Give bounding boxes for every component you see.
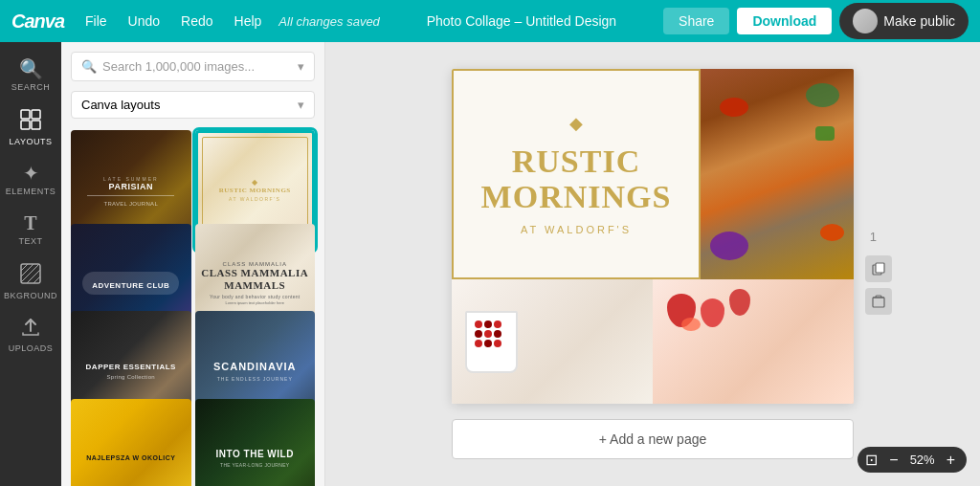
cup-shape [465,311,518,373]
tmpl-1-subtitle: TRAVEL JOURNAL [103,201,158,207]
sidebar-item-layouts[interactable]: LAYOUTS [0,99,61,154]
topnav: Canva File Undo Redo Help All changes sa… [0,0,980,42]
download-button[interactable]: Download [737,8,832,34]
template-grid: LATE SUMMER PARISIAN TRAVEL JOURNAL ◆ RU… [61,126,324,486]
fullscreen-icon[interactable]: ⊡ [865,451,878,469]
sidebar-item-text[interactable]: T TEXT [0,204,61,254]
tmpl-7-title: NAJLEPSZA W OKOLICY [86,454,175,462]
tmpl-2-subtitle: AT WALDORF'S [229,196,280,202]
add-page-bar: + Add a new page [452,419,854,459]
design-title-center: Photo Collage – Untitled Design [386,13,657,29]
sidebar-item-background[interactable]: BKGROUND [0,254,61,308]
menu-help[interactable]: Help [227,10,270,33]
filter-dropdown[interactable]: Canva layouts ▾ [71,91,315,119]
salad-purple-element [710,232,748,260]
search-dropdown-icon: ▾ [298,59,304,74]
save-status: All changes saved [278,14,380,29]
layouts-icon [20,109,41,133]
topnav-actions: Share Download Make public [663,3,969,39]
sidebar-label-search: SEARCH [11,82,51,92]
menu-undo[interactable]: Undo [121,10,167,33]
svg-rect-3 [32,121,40,129]
collage-text-block[interactable]: ◆ RUSTICMORNINGS AT WALDORF'S [452,69,701,279]
berries-visual [452,279,653,404]
tmpl-2-title: RUSTIC MORNINGS [219,187,291,194]
template-item-7[interactable]: NAJLEPSZA W OKOLICY [71,399,191,487]
left-sidebar: 🔍 SEARCH LAYOUTS ✦ ELEMENTS T TEXT [0,42,61,486]
collage-bottom [452,279,854,404]
tmpl-6-subtitle: THE ENDLESS JOURNEY [217,376,293,382]
design-title: Photo Collage – Untitled Design [427,13,616,29]
canva-logo: Canva [11,11,64,33]
main-layout: 🔍 SEARCH LAYOUTS ✦ ELEMENTS T TEXT [0,42,980,486]
collage-top: ◆ RUSTICMORNINGS AT WALDORF'S [452,69,854,279]
zoom-value: 52% [906,453,939,467]
sidebar-label-background: BKGROUND [4,291,57,300]
tmpl-1-title: PARISIAN [109,182,153,192]
search-magnifier-icon: 🔍 [81,59,97,74]
background-icon [20,263,41,287]
page-tools [865,255,892,315]
berry-dots [475,320,509,347]
elements-icon: ✦ [23,164,39,183]
canvas-area: ◆ RUSTICMORNINGS AT WALDORF'S [325,42,980,486]
tmpl-4-title: CLASS MAMMALIA MAMMALS [201,267,310,292]
svg-rect-1 [32,110,40,119]
sidebar-label-elements: ELEMENTS [6,187,56,196]
delete-page-button[interactable] [865,288,892,315]
copy-page-button[interactable] [865,255,892,282]
svg-rect-0 [21,110,30,119]
sidebar-label-text: TEXT [18,236,42,246]
search-icon: 🔍 [19,59,43,78]
svg-rect-6 [876,263,884,273]
sidebar-item-elements[interactable]: ✦ ELEMENTS [0,154,61,204]
strawberry-image[interactable] [653,279,854,404]
share-button[interactable]: Share [663,8,729,34]
salad-green-element [806,83,839,107]
filter-label: Canva layouts [81,98,160,112]
berries-image[interactable] [452,279,653,404]
tmpl-3-title: ADVENTURE CLUB [92,281,169,290]
uploads-icon [21,318,40,340]
zoom-out-button[interactable]: − [885,453,902,468]
zoom-bar: ⊡ − 52% + [858,447,967,473]
canvas-wrapper: ◆ RUSTICMORNINGS AT WALDORF'S [452,69,854,404]
sidebar-label-layouts: LAYOUTS [10,137,53,146]
sidebar-label-uploads: UPLOADS [9,343,54,353]
menu-file[interactable]: File [78,10,115,33]
avatar [853,9,878,33]
diamond-icon: ◆ [569,113,583,134]
make-public-label: Make public [883,13,955,29]
panel: 🔍 Search 1,000,000 images... ▾ Canva lay… [61,42,325,486]
add-page-button[interactable]: + Add a new page [452,419,854,459]
text-icon: T [24,213,36,232]
canvas-page[interactable]: ◆ RUSTICMORNINGS AT WALDORF'S [452,69,854,404]
search-input-box[interactable]: 🔍 Search 1,000,000 images... ▾ [71,52,315,81]
tmpl-8-subtitle: THE YEAR-LONG JOURNEY [220,462,289,468]
tmpl-5-subtitle: Spring Collection [107,374,155,380]
sidebar-item-search[interactable]: 🔍 SEARCH [0,50,61,99]
svg-rect-2 [21,121,30,129]
filter-dropdown-icon: ▾ [298,98,304,112]
svg-rect-7 [873,298,884,307]
rustic-title: RUSTICMORNINGS [481,144,672,215]
template-item-8[interactable]: INTO THE WILD THE YEAR-LONG JOURNEY [195,399,316,487]
zoom-in-button[interactable]: + [943,453,959,468]
panel-filter-area: Canva layouts ▾ [61,87,324,126]
panel-search-area: 🔍 Search 1,000,000 images... ▾ [61,42,324,87]
page-number: 1 [870,230,877,244]
collage-food-image[interactable] [701,69,854,279]
make-public-button[interactable]: Make public [839,3,969,39]
tmpl-5-title: DAPPER ESSENTIALS [86,363,176,372]
menu-redo[interactable]: Redo [173,10,220,33]
tmpl-8-title: INTO THE WILD [216,449,294,460]
sidebar-item-uploads[interactable]: UPLOADS [0,308,61,361]
rustic-subtitle: AT WALDORF'S [521,224,632,235]
tmpl-6-title: SCANDINAVIA [213,361,297,373]
search-placeholder: Search 1,000,000 images... [102,59,255,74]
